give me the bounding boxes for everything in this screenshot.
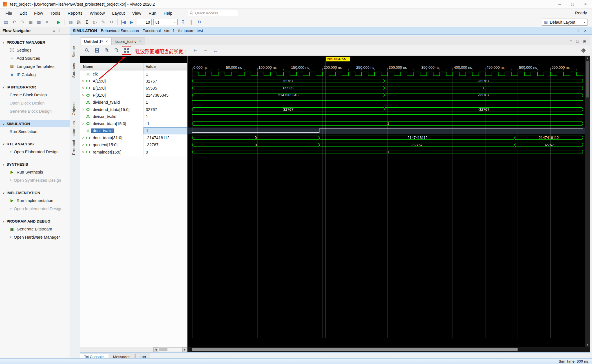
zoom-out-icon[interactable] [113,47,120,54]
nav-item-open-hardware-manager[interactable]: >Open Hardware Manager [0,233,70,241]
menu-help[interactable]: Help [160,9,176,17]
nav-item-settings[interactable]: Settings [0,46,70,54]
run-all-icon[interactable]: ▶ [128,18,135,26]
side-tab-sources[interactable]: Sources [72,63,76,78]
nav-item-open-elaborated-design[interactable]: >Open Elaborated Design [0,148,70,156]
pause-icon[interactable]: ∥ [187,18,195,26]
settings-gear-icon[interactable] [75,18,83,26]
menu-reports[interactable]: Reports [64,9,86,17]
name-scroll-thumb[interactable] [159,348,167,351]
signal-row-divisor-tvalid[interactable]: divisor_tvalid1 [80,113,187,120]
find-icon[interactable] [83,47,91,54]
name-scroll-track[interactable] [158,347,182,352]
restart-sim-icon[interactable]: |◀ [120,18,127,26]
step-icon[interactable]: ↧ [179,18,187,26]
zoom-in-icon[interactable] [103,47,111,54]
signal-row-remainder-15-0[interactable]: >remainder[15:0]0 [80,148,187,156]
wave-scrollbar[interactable] [188,347,585,352]
signal-row-a-15-0[interactable]: >A[15:0]32767 [80,77,187,85]
section-collapse-icon[interactable]: ∨ [3,220,5,223]
close-tab-icon[interactable]: ✕ [139,40,142,43]
signal-row-dout-tdata-31-0[interactable]: >dout_tdata[31:0]-2147418112 [80,134,187,141]
expand-chevron-icon[interactable]: > [81,143,85,147]
report-icon[interactable]: ▥ [67,18,74,26]
section-collapse-icon[interactable]: ∨ [3,163,5,166]
paste-icon[interactable]: ▦ [35,18,43,26]
waveform-canvas[interactable]: 0.000 ns50.000 ns100.000 ns150.000 ns200… [188,56,585,347]
expand-chevron-icon[interactable]: > [81,122,85,126]
cut-icon[interactable]: ✂ [108,18,115,26]
menu-edit[interactable]: Edit [16,9,30,17]
nav-item-run-synthesis[interactable]: ▶Run Synthesis [0,168,70,176]
layout-select[interactable]: ▦ Default Layout ▾ [542,19,587,26]
expand-chevron-icon[interactable]: > [81,150,85,154]
quick-access-search[interactable]: Quick Access [188,10,238,16]
undo-icon[interactable]: ↶ [10,18,18,26]
section-collapse-icon[interactable]: ∨ [3,86,5,89]
menu-icon[interactable]: ≡ [53,29,55,33]
expand-chevron-icon[interactable]: > [81,93,85,97]
run-time-unit-select[interactable]: us▾ [153,19,178,25]
expand-chevron-icon[interactable]: > [81,108,85,112]
nav-item-create-block-design[interactable]: Create Block Design [0,91,70,99]
section-collapse-icon[interactable]: ∨ [3,191,5,194]
close-banner-icon[interactable]: ✕ [584,29,587,33]
expand-chevron-icon[interactable]: > [81,79,85,83]
expand-chevron-icon[interactable]: > [81,136,85,140]
menu-flow[interactable]: Flow [30,9,47,17]
section-collapse-icon[interactable]: ∨ [3,122,5,125]
measure-icon[interactable]: ↔ [212,47,219,54]
wave-scroll-thumb[interactable] [192,348,518,351]
help-icon[interactable]: ? [570,39,572,43]
sigma-icon[interactable]: Σ [83,18,91,26]
signal-row-dividend-tdata-15-0[interactable]: >dividend_tdata[15:0]32767 [80,106,187,113]
tab-ipcore-test-v[interactable]: ipcore_test.v✕ [111,37,145,45]
save-waveform-icon[interactable] [93,47,101,54]
expand-chevron-icon[interactable]: > [81,86,85,90]
nav-item-run-simulation[interactable]: Run Simulation [0,127,70,136]
menu-run[interactable]: Run [145,9,160,17]
swap-cursor-icon[interactable]: ⊢ [192,47,199,54]
nav-item-language-templates[interactable]: ▤Language Templates [0,62,70,70]
vertical-scrollbar[interactable]: ▲ ▼ [585,56,590,347]
close-tab-icon[interactable]: ✕ [105,40,108,43]
side-tab-scope[interactable]: Scope [72,46,76,57]
flow-section-header-simulation[interactable]: ∨SIMULATION [0,120,70,127]
menu-tools[interactable]: Tools [47,9,64,17]
minimize-button[interactable]: ─ [553,0,566,8]
flow-section-header-implementation[interactable]: ∨IMPLEMENTATION [0,189,70,196]
flow-section-header-ip-integrator[interactable]: ∨IP INTEGRATOR [0,83,70,91]
flow-section-header-rtl-analysis[interactable]: ∨RTL ANALYSIS [0,140,70,148]
flow-section-header-program-and-debug[interactable]: ∨PROGRAM AND DEBUG [0,217,70,225]
menu-file[interactable]: File [2,9,16,17]
scroll-down-icon[interactable]: ▼ [585,343,590,347]
scroll-right-icon[interactable]: ▶ [182,347,187,352]
menu-layout[interactable]: Layout [109,9,129,17]
open-file-icon[interactable]: ▤ [2,18,10,26]
nav-item-add-sources[interactable]: +Add Sources [0,54,70,62]
tab-untitled-1[interactable]: Untitled 1*✕ [81,37,111,45]
menu-view[interactable]: View [129,9,145,17]
signal-row-quotient-15-0[interactable]: >quotient[15:0]-32767 [80,141,187,148]
float-window-icon[interactable]: ▢ [576,39,579,43]
help-icon[interactable]: ? [577,29,579,33]
probe-icon[interactable]: ▷ [91,18,99,26]
nav-item-generate-bitstream[interactable]: ▦Generate Bitstream [0,225,70,233]
zoom-fit-button[interactable] [123,47,130,54]
signal-row-p-31-0[interactable]: >P[31:0]2147385345 [80,92,187,99]
section-collapse-icon[interactable]: ∨ [3,143,5,146]
relaunch-icon[interactable]: ↻ [196,18,203,26]
side-tab-protocol-instances[interactable]: Protocol Instances [72,121,76,155]
flow-section-header-project-manager[interactable]: ∨PROJECT MANAGER [0,39,70,46]
scroll-up-icon[interactable]: ▲ [585,56,590,60]
help-icon[interactable]: ? [58,29,60,33]
signal-row-b-15-0[interactable]: >B[15:0]65535 [80,85,187,92]
close-button[interactable]: ✕ [579,0,592,8]
run-time-input[interactable] [137,19,152,25]
side-tab-objects[interactable]: Objects [72,101,76,115]
signal-row-divisor-tdata-15-0[interactable]: >divisor_tdata[15:0]-1 [80,120,187,127]
run-button[interactable]: ▶ [55,18,63,26]
value-column-header[interactable]: Value [143,63,187,70]
name-column-header[interactable]: Name [80,63,143,70]
maximize-window-icon[interactable]: ▣ [583,39,586,43]
